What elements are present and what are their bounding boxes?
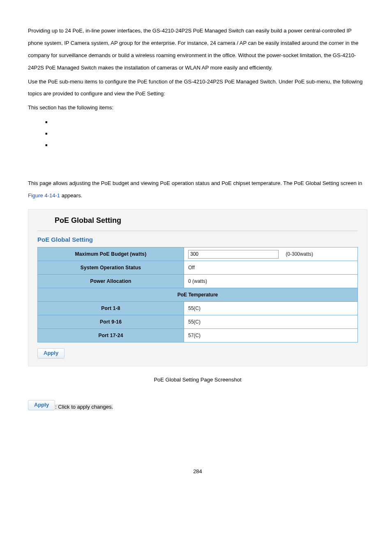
table-row: Port 17-24 57(C) bbox=[38, 329, 358, 342]
table-row: System Operation Status Off bbox=[38, 261, 358, 275]
port-1-8-value: 55(C) bbox=[184, 302, 358, 315]
apply-button-example[interactable]: Apply bbox=[28, 400, 55, 410]
budget-input[interactable] bbox=[188, 250, 279, 259]
list-item bbox=[45, 130, 367, 141]
table-row: PoE Temperature bbox=[38, 288, 358, 302]
poe-global-setting-panel: PoE Global Setting PoE Global Setting Ma… bbox=[28, 209, 367, 366]
intro-paragraph-2: Use the PoE sub-menu items to configure … bbox=[28, 76, 367, 100]
status-value: Off bbox=[184, 261, 358, 275]
status-label: System Operation Status bbox=[38, 261, 184, 275]
intro-paragraph-3: This section has the following items: bbox=[28, 102, 367, 114]
poe-settings-table: Maximum PoE Budget (watts) (0-300watts) … bbox=[37, 247, 358, 342]
port-9-16-label: Port 9-16 bbox=[38, 315, 184, 329]
apply-description-row: Apply: Click to apply changes. bbox=[28, 400, 367, 410]
table-row: Power Allocation 0 (watts) bbox=[38, 275, 358, 288]
table-row: Port 9-16 55(C) bbox=[38, 315, 358, 329]
section-intro: This page allows adjusting the PoE budge… bbox=[28, 177, 367, 202]
temperature-header: PoE Temperature bbox=[38, 288, 358, 302]
apply-description-text: : Click to apply changes. bbox=[55, 404, 113, 410]
items-list bbox=[45, 118, 367, 153]
budget-label: Maximum PoE Budget (watts) bbox=[38, 247, 184, 261]
allocation-label: Power Allocation bbox=[38, 275, 184, 288]
panel-subtitle: PoE Global Setting bbox=[37, 231, 358, 247]
figure-caption: PoE Global Setting Page Screenshot bbox=[28, 376, 367, 384]
port-9-16-value: 55(C) bbox=[184, 315, 358, 329]
apply-button[interactable]: Apply bbox=[37, 348, 65, 358]
table-row: Maximum PoE Budget (watts) (0-300watts) bbox=[38, 247, 358, 261]
port-17-24-label: Port 17-24 bbox=[38, 329, 184, 342]
table-row: Port 1-8 55(C) bbox=[38, 302, 358, 315]
port-1-8-label: Port 1-8 bbox=[38, 302, 184, 315]
budget-range-hint: (0-300watts) bbox=[286, 251, 313, 257]
page-number: 284 bbox=[28, 468, 367, 475]
intro-paragraph-1: Providing up to 24 PoE, in-line power in… bbox=[28, 25, 367, 74]
budget-cell: (0-300watts) bbox=[184, 247, 358, 261]
port-17-24-value: 57(C) bbox=[184, 329, 358, 342]
section-text-2: appears. bbox=[60, 192, 82, 199]
section-text-1: This page allows adjusting the PoE budge… bbox=[28, 180, 362, 186]
list-item bbox=[45, 118, 367, 130]
list-item bbox=[45, 141, 367, 153]
figure-reference-link[interactable]: Figure 4-14-1 bbox=[28, 192, 60, 199]
panel-title: PoE Global Setting bbox=[37, 210, 358, 230]
allocation-value: 0 (watts) bbox=[184, 275, 358, 288]
